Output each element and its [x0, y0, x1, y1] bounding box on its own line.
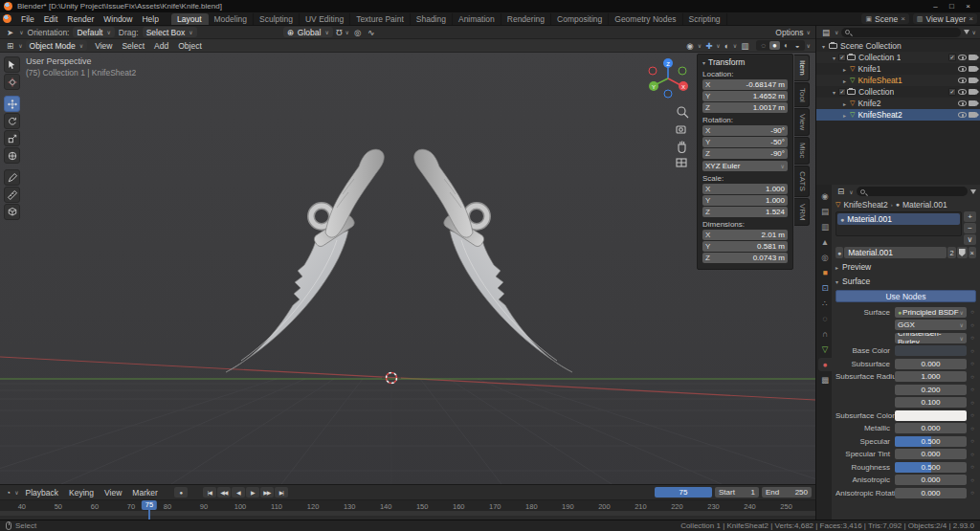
chevron-down-icon[interactable]: ∨ — [733, 42, 737, 49]
play-reverse-button[interactable]: ◀ — [232, 487, 245, 498]
outliner-row-knife2[interactable]: ▸▽Knife2 — [816, 98, 980, 109]
scene-selector[interactable]: ▣ Scene × — [861, 13, 908, 24]
workspace-tab-modeling[interactable]: Modeling — [209, 13, 255, 25]
menu-edit[interactable]: Edit — [39, 14, 63, 24]
shading-rendered-icon[interactable]: ◒ — [792, 41, 803, 50]
outliner-row-knife1[interactable]: ▸▽Knife1 — [816, 63, 980, 75]
timeline-menu-keying[interactable]: Keying — [64, 488, 99, 498]
sidebar-tab-item[interactable]: Item — [794, 55, 810, 81]
decorator-dot[interactable]: ○ — [969, 426, 976, 431]
workspace-tab-layout[interactable]: Layout — [171, 13, 209, 25]
navigation-gizmo[interactable]: Z X Y — [649, 58, 688, 98]
caret-down-icon[interactable]: ▾ — [830, 55, 838, 61]
proportional-falloff-icon[interactable]: ∿ — [366, 28, 376, 37]
value-field-specular[interactable]: 0.500 — [895, 436, 967, 447]
chevron-down-icon[interactable]: ∨ — [345, 29, 349, 35]
disable-in-renders-icon[interactable] — [969, 77, 976, 83]
properties-tab-texture[interactable]: ▩ — [818, 373, 832, 387]
collection-checkbox[interactable]: ✓ — [948, 54, 956, 61]
frame-start-field[interactable]: Start 1 — [715, 487, 759, 498]
surface-panel-header[interactable]: ▾ Surface — [835, 276, 976, 287]
dropdown-ggx[interactable]: GGX∨ — [895, 320, 967, 330]
transform-field-dimensions-x[interactable]: X2.01 m — [702, 230, 788, 240]
orientation-dropdown[interactable]: Default ∨ — [73, 27, 114, 37]
3d-viewport[interactable]: User Perspective (75) Collection 1 | Kni… — [0, 53, 815, 484]
decorator-dot[interactable]: ○ — [969, 452, 976, 457]
annotate-tool-button[interactable] — [4, 169, 20, 186]
hide-in-viewport-icon[interactable] — [958, 66, 967, 72]
chevron-down-icon[interactable]: ∨ — [807, 42, 811, 49]
outliner-row-scene-collection[interactable]: ▾Scene Collection — [816, 40, 980, 52]
transform-field-scale-z[interactable]: Z1.524 — [702, 207, 788, 217]
decorator-dot[interactable]: ○ — [969, 477, 976, 483]
slot-specials-button[interactable]: ∨ — [964, 234, 976, 245]
chevron-down-icon[interactable]: ∨ — [972, 29, 976, 35]
workspace-tab-sculpting[interactable]: Sculpting — [254, 13, 300, 25]
axis-y-neg-ball[interactable] — [679, 67, 686, 75]
scene-unlink-icon[interactable]: × — [901, 14, 905, 23]
disable-in-renders-icon[interactable] — [969, 112, 976, 118]
decorator-dot[interactable]: ○ — [969, 335, 976, 341]
users-count-button[interactable]: 2 — [947, 247, 955, 258]
value-field-roughness[interactable]: 0.500 — [895, 462, 967, 473]
properties-tab-object[interactable]: ■ — [818, 266, 832, 279]
xray-toggle-icon[interactable]: ▥ — [739, 41, 750, 51]
properties-search-input[interactable] — [857, 187, 968, 196]
dropdown-principled-bsdf[interactable]: ●Principled BSDF∨ — [895, 307, 967, 318]
shading-material-preview-icon[interactable]: ◐ — [781, 41, 791, 50]
value-field-value[interactable]: 0.200 — [895, 385, 967, 395]
timeline-menu-view[interactable]: View — [100, 488, 126, 498]
material-name-field[interactable]: Material.001 — [844, 247, 947, 258]
unlink-material-button[interactable]: × — [969, 247, 976, 258]
options-label[interactable]: Options — [775, 28, 803, 37]
outliner-row-knifesheat2[interactable]: ▸▽KnifeSheat2 — [816, 109, 980, 121]
viewport-menu-object[interactable]: Object — [173, 41, 207, 51]
workspace-tab-scripting[interactable]: Scripting — [683, 13, 727, 25]
sidebar-tab-view[interactable]: View — [794, 108, 810, 136]
value-field-anisotropic[interactable]: 0.000 — [895, 475, 967, 485]
disable-in-renders-icon[interactable] — [969, 55, 976, 60]
decorator-dot[interactable]: ○ — [969, 464, 976, 470]
active-tool-icon[interactable]: ➤ — [5, 28, 15, 37]
properties-tab-render[interactable]: ◉ — [818, 189, 832, 203]
transform-field-location-y[interactable]: Y1.4652 m — [702, 91, 788, 101]
disable-in-renders-icon[interactable] — [969, 66, 976, 72]
value-field-anisotropic-rotation[interactable]: 0.000 — [895, 488, 967, 498]
select-box-tool-button[interactable] — [4, 56, 20, 73]
shading-solid-icon[interactable]: ● — [769, 41, 780, 50]
breadcrumb-material[interactable]: Material.001 — [902, 200, 947, 210]
disable-in-renders-icon[interactable] — [969, 89, 976, 95]
move-view-icon[interactable] — [679, 141, 685, 152]
move-tool-button[interactable] — [4, 96, 20, 112]
workspace-tab-geometry-nodes[interactable]: Geometry Nodes — [609, 13, 682, 25]
minimize-button[interactable]: – — [927, 0, 944, 12]
rotate-tool-button[interactable] — [4, 113, 20, 129]
color-swatch-base-color[interactable] — [895, 345, 967, 356]
value-field-subsurface[interactable]: 0.000 — [895, 359, 967, 369]
preview-panel-header[interactable]: ▸ Preview — [835, 261, 976, 273]
proportional-editing-icon[interactable]: ◎ — [352, 28, 363, 37]
caret-right-icon[interactable]: ▸ — [840, 112, 849, 119]
transform-field-rotation-z[interactable]: Z-90° — [702, 148, 788, 159]
transform-tool-button[interactable] — [4, 147, 20, 164]
disable-in-renders-icon[interactable] — [969, 100, 976, 106]
editor-type-icon[interactable]: ⊞ — [5, 41, 15, 51]
rotation-mode-dropdown[interactable]: XYZ Euler∨ — [702, 161, 788, 171]
gizmos-toggle-icon[interactable]: ✚ — [703, 41, 714, 51]
properties-tab-physics[interactable]: ◌ — [818, 312, 832, 325]
cursor-tool-button[interactable] — [4, 74, 20, 90]
caret-right-icon[interactable]: ▸ — [840, 100, 849, 107]
decorator-dot[interactable]: ○ — [969, 412, 976, 418]
viewport-menu-add[interactable]: Add — [149, 41, 173, 51]
outliner-row-knifesheat1[interactable]: ▸▽KnifeSheat1 — [816, 75, 980, 86]
editor-type-icon[interactable]: ◔ — [4, 488, 12, 498]
decorator-dot[interactable]: ○ — [969, 400, 976, 406]
properties-tab-particles[interactable]: ∴ — [818, 297, 832, 310]
menu-help[interactable]: Help — [137, 14, 163, 24]
color-swatch-subsurface-color[interactable] — [895, 410, 967, 421]
filter-icon[interactable] — [970, 189, 976, 194]
exclude-checkbox[interactable]: ✓ — [838, 54, 846, 61]
decorator-dot[interactable]: ○ — [969, 374, 976, 380]
hide-in-viewport-icon[interactable] — [958, 55, 967, 60]
play-button[interactable]: ▶ — [246, 487, 259, 498]
